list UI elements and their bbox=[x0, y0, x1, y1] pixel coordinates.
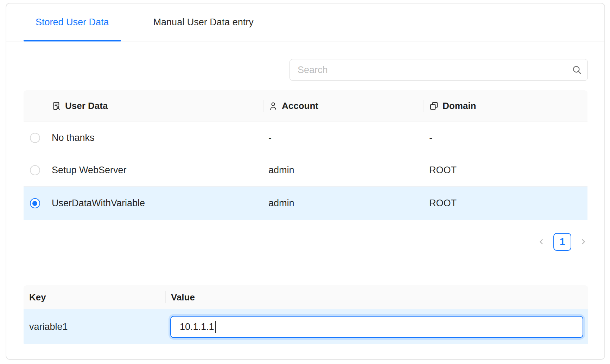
pagination: 1 bbox=[537, 233, 588, 251]
tab-manual-user-data-entry[interactable]: Manual User Data entry bbox=[141, 4, 266, 41]
cell-user-data: UserDataWithVariable bbox=[52, 198, 145, 209]
domain-icon bbox=[429, 101, 439, 111]
chevron-right-icon bbox=[579, 238, 587, 246]
search-button[interactable] bbox=[566, 59, 588, 81]
tab-label: Manual User Data entry bbox=[153, 17, 254, 28]
search-icon bbox=[572, 65, 582, 75]
pagination-page-1[interactable]: 1 bbox=[553, 233, 571, 251]
cell-account: admin bbox=[268, 198, 294, 209]
text-caret bbox=[215, 321, 216, 333]
cell-domain: - bbox=[429, 132, 432, 143]
chevron-left-icon bbox=[537, 238, 546, 246]
cell-account: admin bbox=[268, 165, 294, 176]
variable-value-input[interactable]: 10.1.1.1 bbox=[170, 316, 583, 338]
cell-user-data: No thanks bbox=[52, 132, 95, 143]
panel: Stored User Data Manual User Data entry bbox=[6, 3, 605, 360]
cell-user-data: Setup WebServer bbox=[52, 165, 127, 176]
variable-value-text: 10.1.1.1 bbox=[180, 321, 214, 332]
table-row[interactable]: Setup WebServer admin ROOT bbox=[24, 154, 587, 187]
cell-domain: ROOT bbox=[429, 198, 457, 209]
pagination-next-button[interactable] bbox=[579, 237, 588, 246]
cell-domain: ROOT bbox=[429, 165, 457, 176]
column-header-user-data: User Data bbox=[46, 100, 263, 111]
variables-table: Key Value variable1 10.1.1.1 bbox=[24, 285, 588, 344]
radio-unchecked[interactable] bbox=[30, 133, 40, 143]
column-header-key: Key bbox=[24, 292, 165, 303]
table-row[interactable]: No thanks - - bbox=[24, 122, 587, 154]
account-icon bbox=[268, 101, 278, 111]
variable-value-cell: 10.1.1.1 bbox=[165, 316, 588, 338]
column-header-domain: Domain bbox=[424, 100, 587, 111]
variables-header-row: Key Value bbox=[24, 285, 588, 309]
pagination-prev-button[interactable] bbox=[537, 237, 546, 246]
column-header-label: User Data bbox=[65, 100, 108, 111]
column-header-label: Value bbox=[171, 292, 195, 303]
variable-key-label: variable1 bbox=[29, 321, 68, 332]
table-row-selected[interactable]: UserDataWithVariable admin ROOT bbox=[24, 187, 587, 220]
column-header-label: Key bbox=[29, 292, 46, 303]
variable-row: variable1 10.1.1.1 bbox=[24, 309, 588, 344]
user-data-icon bbox=[52, 101, 61, 111]
column-header-label: Domain bbox=[443, 100, 476, 111]
tab-bar: Stored User Data Manual User Data entry bbox=[6, 4, 604, 41]
cell-account: - bbox=[268, 132, 272, 143]
page-number: 1 bbox=[560, 236, 565, 247]
tab-label: Stored User Data bbox=[36, 17, 109, 28]
column-header-value: Value bbox=[165, 292, 588, 303]
stored-user-data-table: User Data Account Domain bbox=[24, 90, 587, 220]
variable-key-cell: variable1 bbox=[24, 321, 165, 332]
search-input[interactable] bbox=[290, 59, 566, 81]
column-header-account: Account bbox=[263, 100, 424, 111]
table-header-row: User Data Account Domain bbox=[24, 90, 587, 122]
radio-unchecked[interactable] bbox=[30, 165, 40, 175]
column-header-label: Account bbox=[282, 100, 318, 111]
search-group bbox=[290, 59, 588, 81]
radio-checked[interactable] bbox=[30, 198, 40, 208]
tab-stored-user-data[interactable]: Stored User Data bbox=[24, 4, 121, 41]
